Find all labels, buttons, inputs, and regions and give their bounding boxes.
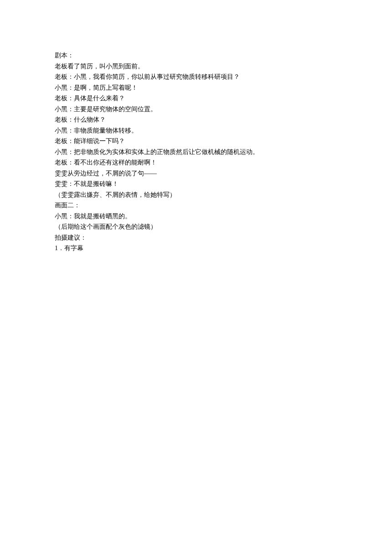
script-line: 老板：看不出你还有这样的能耐啊！	[55, 157, 337, 168]
script-line: 拍摄建议：	[55, 232, 337, 243]
script-line: 小黑：是啊，简历上写着呢！	[55, 82, 337, 93]
script-line: 小黑：我就是搬砖晒黑的。	[55, 211, 337, 222]
script-line: 画面二：	[55, 200, 337, 211]
script-line: 剧本：	[55, 50, 337, 61]
script-line: 小黑：非物质能量物体转移。	[55, 125, 337, 136]
script-line: 老板看了简历，叫小黑到面前。	[55, 61, 337, 72]
script-line: 老板：什么物体？	[55, 114, 337, 125]
script-line: 1．有字幕	[55, 243, 337, 254]
script-line: 小黑：主要是研究物体的空间位置。	[55, 104, 337, 115]
script-line: （后期给这个画面配个灰色的滤镜）	[55, 221, 337, 232]
script-line: 老板：具体是什么来着？	[55, 93, 337, 104]
script-line: 老板：小黑，我看你简历，你以前从事过研究物质转移科研项目？	[55, 72, 337, 82]
script-line: 小黑：把非物质化为实体和实体上的正物质然后让它做机械的随机运动。	[55, 147, 337, 158]
document-page: 剧本： 老板看了简历，叫小黑到面前。 老板：小黑，我看你简历，你以前从事过研究物…	[0, 0, 392, 254]
script-line: 老板：能详细说一下吗？	[55, 136, 337, 147]
script-line: 雯雯：不就是搬砖嘛！	[55, 179, 337, 190]
script-line: 雯雯从旁边经过，不屑的说了句——	[55, 168, 337, 179]
script-line: （雯雯露出嫌弃、不屑的表情，给她特写）	[55, 190, 337, 200]
